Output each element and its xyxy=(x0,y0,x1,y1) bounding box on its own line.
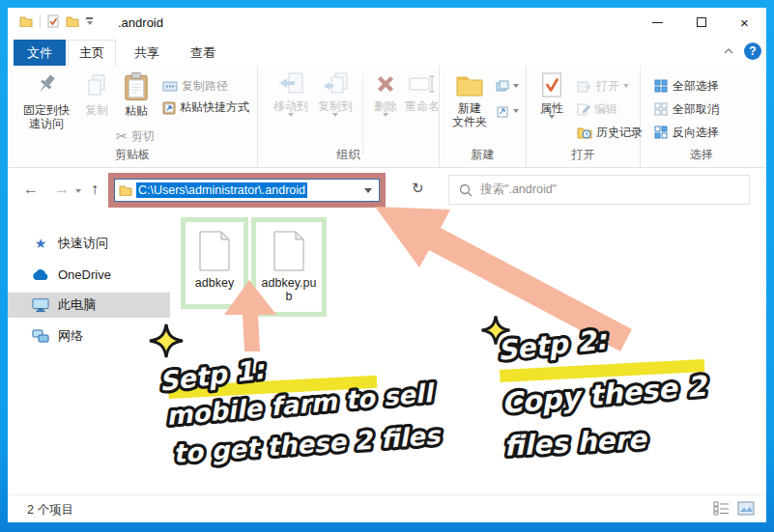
collapse-ribbon-icon[interactable] xyxy=(723,47,734,55)
ribbon-group-open: 属性 打开 编辑 历史记录 打开 xyxy=(527,66,641,167)
quick-access-toolbar xyxy=(19,14,93,28)
address-bar-input[interactable]: C:\Users\administrator\.android xyxy=(114,179,380,202)
select-none-button[interactable]: 全部取消 xyxy=(654,100,719,118)
paste-button[interactable]: 粘贴 xyxy=(116,71,157,118)
rename-button[interactable]: 重命名 xyxy=(403,71,442,113)
history-button[interactable]: 历史记录 xyxy=(577,124,643,141)
network-icon xyxy=(31,329,50,344)
item-count: 2 个项目 xyxy=(27,502,73,518)
tab-file[interactable]: 文件 xyxy=(14,40,66,66)
select-none-icon xyxy=(654,102,669,116)
file-icon xyxy=(198,230,231,272)
copy-path-label: 复制路径 xyxy=(182,78,228,95)
computer-icon xyxy=(31,297,50,313)
copy-to-button[interactable]: 复制到 xyxy=(314,71,357,117)
paste-shortcut-label: 粘贴快捷方式 xyxy=(180,99,249,116)
dropdown-icon xyxy=(332,113,338,117)
close-icon: × xyxy=(740,15,749,30)
history-icon xyxy=(577,126,592,139)
invert-selection-label: 反向选择 xyxy=(673,125,719,141)
folder-icon[interactable] xyxy=(66,15,79,27)
properties-check-icon[interactable] xyxy=(47,14,59,28)
address-dropdown-icon[interactable] xyxy=(364,188,372,193)
invert-selection-button[interactable]: 反向选择 xyxy=(654,124,719,141)
select-all-button[interactable]: 全部选择 xyxy=(654,77,719,95)
tab-home[interactable]: 主页 xyxy=(68,40,116,66)
paste-label: 粘贴 xyxy=(125,104,148,118)
folder-icon[interactable] xyxy=(19,15,33,27)
invert-selection-icon xyxy=(654,126,669,139)
dropdown-icon xyxy=(288,113,294,117)
new-item-button[interactable] xyxy=(496,77,519,95)
maximize-button[interactable] xyxy=(679,8,723,37)
rename-label: 重命名 xyxy=(405,99,440,113)
title-bar: .android × xyxy=(8,8,766,40)
screenshot-root: .android × 文件 主页 共享 查看 ? 固定到快速访问 xyxy=(0,0,774,532)
address-path-selected-text: C:\Users\administrator\.android xyxy=(136,182,307,198)
select-none-label: 全部取消 xyxy=(673,101,719,118)
sidebar-item-quick-access[interactable]: ★ 快速访问 xyxy=(8,231,170,256)
refresh-icon[interactable]: ↻ xyxy=(412,180,424,197)
minimize-button[interactable] xyxy=(636,8,679,37)
copy-path-button[interactable]: 复制路径 xyxy=(162,77,228,95)
file-name: adbkey.pub xyxy=(261,276,317,303)
pin-label: 固定到快速访问 xyxy=(18,103,74,130)
history-label: 历史记录 xyxy=(596,125,643,141)
select-all-label: 全部选择 xyxy=(673,78,719,95)
copy-label: 复制 xyxy=(85,103,108,117)
separator xyxy=(362,75,363,154)
sidebar-label: OneDrive xyxy=(58,267,111,282)
new-folder-icon xyxy=(454,71,485,98)
edit-button[interactable]: 编辑 xyxy=(577,100,617,118)
recent-locations-dropdown-icon[interactable] xyxy=(75,189,81,193)
cut-button[interactable]: ✂ 剪切 xyxy=(116,127,155,145)
open-button[interactable]: 打开 xyxy=(577,77,629,95)
sidebar-item-network[interactable]: 网络 xyxy=(8,323,170,349)
move-to-label: 移动到 xyxy=(273,99,308,113)
up-icon[interactable]: ↑ xyxy=(91,181,99,198)
move-to-button[interactable]: 移动到 xyxy=(270,71,312,117)
details-view-icon[interactable] xyxy=(713,501,730,516)
window-title: .android xyxy=(118,15,163,30)
customize-toolbar-dropdown-icon[interactable] xyxy=(86,17,93,25)
scissors-icon: ✂ xyxy=(116,129,128,143)
file-icon xyxy=(272,230,305,272)
back-icon[interactable]: ← xyxy=(23,181,39,198)
forward-icon[interactable]: → xyxy=(54,181,70,198)
properties-button[interactable]: 属性 xyxy=(532,71,571,119)
pin-to-quick-access-button[interactable]: 固定到快速访问 xyxy=(15,71,77,130)
new-item-icon xyxy=(496,80,509,92)
group-label-new: 新建 xyxy=(440,147,526,163)
status-bar: 2 个项目 xyxy=(8,494,766,522)
delete-button[interactable]: 删除 xyxy=(366,71,405,117)
open-icon xyxy=(577,79,592,93)
new-folder-button[interactable]: 新建 文件夹 xyxy=(447,71,492,128)
dropdown-icon xyxy=(513,84,519,88)
easy-access-button[interactable] xyxy=(496,102,519,120)
navigation-bar: ← → ↑ C:\Users\administrator\.android ↻ … xyxy=(8,173,766,211)
dropdown-icon xyxy=(623,84,629,88)
paste-shortcut-button[interactable]: 粘贴快捷方式 xyxy=(162,98,249,116)
sidebar-item-onedrive[interactable]: OneDrive xyxy=(8,262,170,287)
dropdown-icon xyxy=(549,115,555,119)
file-item-adbkey[interactable]: adbkey xyxy=(181,217,248,309)
close-button[interactable]: × xyxy=(723,8,766,37)
properties-icon xyxy=(540,71,563,98)
separator xyxy=(40,14,41,28)
tab-view[interactable]: 查看 xyxy=(178,40,228,66)
properties-label: 属性 xyxy=(540,101,563,115)
sidebar-item-this-pc[interactable]: 此电脑 xyxy=(8,293,170,318)
help-button[interactable]: ? xyxy=(744,42,761,60)
copy-button[interactable]: 复制 xyxy=(79,71,114,117)
tab-share[interactable]: 共享 xyxy=(122,40,172,66)
file-item-adbkey-pub[interactable]: adbkey.pub xyxy=(251,217,327,317)
group-label-clipboard: 剪贴板 xyxy=(8,147,257,163)
thumbnail-view-icon[interactable] xyxy=(737,501,755,516)
sidebar-label: 网络 xyxy=(58,327,83,345)
search-box[interactable]: 搜索".android" xyxy=(448,175,750,205)
select-all-icon xyxy=(654,79,669,93)
sidebar-label: 此电脑 xyxy=(58,296,96,314)
delete-x-icon xyxy=(373,71,398,97)
file-name: adbkey xyxy=(186,276,243,290)
edit-label: 编辑 xyxy=(594,101,617,118)
